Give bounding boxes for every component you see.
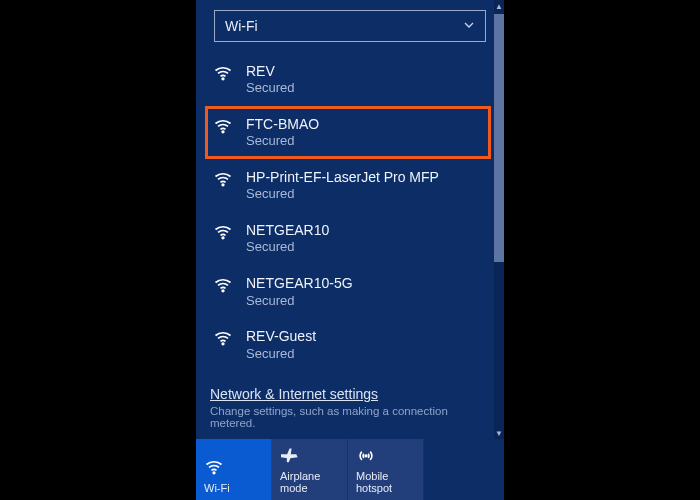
airplane-icon <box>280 445 339 466</box>
network-item[interactable]: REVSecured <box>206 54 490 105</box>
tile-airplane-label: Airplane mode <box>280 470 339 495</box>
scrollbar-arrow-down[interactable]: ▼ <box>494 427 504 439</box>
network-item[interactable]: NETGEAR10-5GSecured <box>206 266 490 317</box>
scrollbar-arrow-up[interactable]: ▲ <box>494 0 504 12</box>
network-ssid: NETGEAR10-5G <box>246 274 353 292</box>
network-ssid: FTC-BMAO <box>246 115 319 133</box>
network-ssid: REV-Guest <box>246 327 316 345</box>
svg-point-6 <box>213 472 215 474</box>
tile-wifi[interactable]: Wi-Fi <box>196 439 272 500</box>
network-settings-subtext: Change settings, such as making a connec… <box>210 405 490 429</box>
svg-point-5 <box>222 343 224 345</box>
wifi-icon <box>204 456 263 478</box>
network-item[interactable]: FTC-BMAOSecured <box>206 107 490 158</box>
wifi-icon <box>212 168 234 190</box>
network-ssid: HP-Print-EF-LaserJet Pro MFP <box>246 168 439 186</box>
network-security: Secured <box>246 80 294 97</box>
network-security: Secured <box>246 133 319 150</box>
wifi-icon <box>212 327 234 349</box>
scrollbar-thumb[interactable] <box>494 14 504 262</box>
wifi-icon <box>212 274 234 296</box>
network-flyout: ▲ ▼ Wi-Fi REVSecuredFTC-BMAOSecuredHP-Pr… <box>196 0 504 500</box>
network-settings-link[interactable]: Network & Internet settings <box>210 386 378 402</box>
network-security: Secured <box>246 239 329 256</box>
network-item[interactable]: REV-GuestSecured <box>206 319 490 370</box>
network-security: Secured <box>246 186 439 203</box>
tile-hotspot-label: Mobile hotspot <box>356 470 415 495</box>
adapter-selector-label: Wi-Fi <box>225 18 258 34</box>
wifi-icon <box>212 221 234 243</box>
network-item[interactable]: NETGEAR10Secured <box>206 213 490 264</box>
network-ssid: REV <box>246 62 294 80</box>
svg-point-3 <box>222 237 224 239</box>
tile-wifi-label: Wi-Fi <box>204 482 263 495</box>
network-security: Secured <box>246 293 353 310</box>
svg-point-0 <box>222 78 224 80</box>
adapter-selector[interactable]: Wi-Fi <box>214 10 486 42</box>
tile-hotspot[interactable]: Mobile hotspot <box>348 439 424 500</box>
wifi-icon <box>212 115 234 137</box>
quick-action-tiles: Wi-Fi Airplane mode Mobile hotspot <box>196 439 504 500</box>
tile-airplane[interactable]: Airplane mode <box>272 439 348 500</box>
wifi-icon <box>212 62 234 84</box>
network-item[interactable]: HP-Print-EF-LaserJet Pro MFPSecured <box>206 160 490 211</box>
network-ssid: NETGEAR10 <box>246 221 329 239</box>
chevron-down-icon <box>463 18 475 34</box>
network-security: Secured <box>246 346 316 363</box>
hotspot-icon <box>356 445 415 466</box>
svg-point-2 <box>222 184 224 186</box>
svg-point-4 <box>222 290 224 292</box>
svg-point-1 <box>222 131 224 133</box>
network-list: REVSecuredFTC-BMAOSecuredHP-Print-EF-Las… <box>196 42 504 379</box>
svg-point-7 <box>365 455 367 457</box>
